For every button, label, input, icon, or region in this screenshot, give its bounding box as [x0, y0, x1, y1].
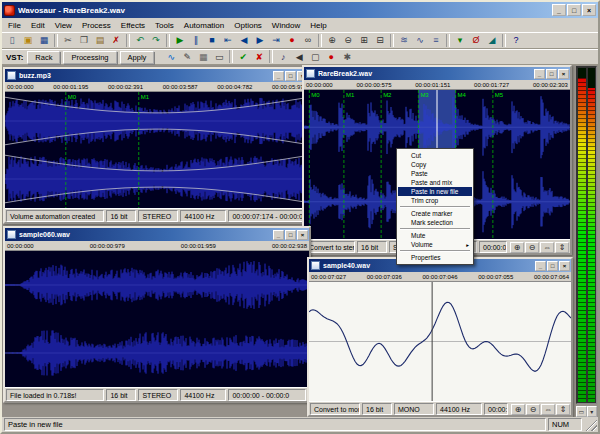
statistics-icon[interactable]: ≡	[428, 33, 444, 48]
goto-start-icon[interactable]: ⇤	[220, 33, 236, 48]
pencil-edit-icon[interactable]: ✎	[179, 50, 195, 65]
menu-item[interactable]: Effects	[116, 20, 150, 31]
menu-item[interactable]: View	[50, 20, 77, 31]
minimize-button[interactable]: _	[552, 4, 566, 16]
menu-item[interactable]: Options	[229, 20, 267, 31]
zoom-in-icon[interactable]: ⊕	[510, 242, 524, 253]
mute-icon[interactable]: Ø	[468, 33, 484, 48]
zoom-out-icon[interactable]: ⊖	[340, 33, 356, 48]
pause-icon[interactable]: ∥	[188, 33, 204, 48]
zoom-selection-icon[interactable]: ⊞	[356, 33, 372, 48]
minimize-button[interactable]: _	[535, 261, 546, 271]
minimize-button[interactable]: _	[534, 69, 545, 79]
close-button[interactable]: ×	[582, 4, 596, 16]
waveform-display[interactable]	[309, 282, 571, 401]
paste-icon[interactable]: ▤	[92, 33, 108, 48]
waveform-display[interactable]	[5, 251, 309, 387]
context-menu-item[interactable]: Mute	[398, 231, 472, 240]
child-titlebar[interactable]: RareBreak2.wav _ □ ×	[304, 67, 570, 80]
midi-icon[interactable]: ♪	[275, 50, 291, 65]
rewind-icon[interactable]: ◀	[236, 33, 252, 48]
resize-grip[interactable]	[584, 418, 597, 431]
context-menu-item[interactable]: Properties	[398, 253, 472, 262]
time-ruler[interactable]: 00:00:00000:00:00:57500:00:01:15100:00:0…	[304, 80, 570, 90]
zoom-out-icon[interactable]: ⊖	[526, 404, 540, 415]
grid-snap-icon[interactable]: ▦	[195, 50, 211, 65]
maximize-button[interactable]: □	[546, 69, 557, 79]
spectrum-icon[interactable]: ≋	[396, 33, 412, 48]
delete-icon[interactable]: ✗	[108, 33, 124, 48]
close-button[interactable]: ×	[558, 69, 569, 79]
waveform-display[interactable]: M0M1	[5, 92, 309, 208]
time-ruler[interactable]: 00:00:07:02700:00:07:03600:00:07:04600:0…	[309, 272, 571, 282]
menu-item[interactable]: Window	[267, 20, 305, 31]
context-menu-item[interactable]: Paste in new file	[398, 187, 472, 196]
maximize-button[interactable]: □	[567, 4, 581, 16]
maximize-button[interactable]: □	[285, 230, 296, 240]
zoom-in-icon[interactable]: ⊕	[511, 404, 525, 415]
context-menu-item[interactable]: Create marker	[398, 209, 472, 218]
context-menu-item[interactable]: Copy	[398, 160, 472, 169]
menu-item[interactable]: Help	[305, 20, 331, 31]
zoom-horizontal-icon[interactable]: ⇔	[540, 242, 554, 253]
close-button[interactable]: ×	[559, 261, 570, 271]
menu-item[interactable]: Edit	[26, 20, 50, 31]
menu-item[interactable]: File	[3, 20, 26, 31]
marker-icon[interactable]: ▾	[452, 33, 468, 48]
play-icon[interactable]: ▶	[172, 33, 188, 48]
context-menu-item[interactable]: Paste and mix	[398, 178, 472, 187]
stop-icon[interactable]: ■	[204, 33, 220, 48]
undo-icon[interactable]: ↶	[132, 33, 148, 48]
disable-icon[interactable]: ✘	[251, 50, 267, 65]
zoom-out-icon[interactable]: ⊖	[525, 242, 539, 253]
waveform-view-icon[interactable]: ∿	[163, 50, 179, 65]
minimize-button[interactable]: _	[273, 71, 284, 81]
titlebar[interactable]: Wavosaur - RareBreak2.wav _ □ ×	[2, 2, 598, 18]
menu-item[interactable]: Tools	[150, 20, 179, 31]
loop-icon[interactable]: ∞	[300, 33, 316, 48]
vst-button[interactable]: Apply	[120, 51, 155, 64]
context-menu-item[interactable]: Trim crop	[398, 196, 472, 205]
child-titlebar[interactable]: sample060.wav _ □ ×	[5, 228, 309, 241]
vst-button[interactable]: Processing	[63, 51, 116, 64]
close-button[interactable]: ×	[297, 230, 308, 240]
record-arm-icon[interactable]: ●	[323, 50, 339, 65]
zoom-in-icon[interactable]: ⊕	[324, 33, 340, 48]
help-icon[interactable]: ?	[508, 33, 524, 48]
menu-item[interactable]: Process	[77, 20, 116, 31]
goto-end-icon[interactable]: ⇥	[268, 33, 284, 48]
save-icon[interactable]: ▦	[36, 33, 52, 48]
forward-icon[interactable]: ▶	[252, 33, 268, 48]
oscilloscope-icon[interactable]: ∿	[412, 33, 428, 48]
maximize-button[interactable]: □	[547, 261, 558, 271]
options-icon[interactable]: ✱	[339, 50, 355, 65]
time-ruler[interactable]: 00:00:00000:00:00:97900:00:01:95900:00:0…	[5, 241, 309, 251]
copy-icon[interactable]: ❐	[76, 33, 92, 48]
record-icon[interactable]: ●	[284, 33, 300, 48]
speaker-icon[interactable]: ◀	[291, 50, 307, 65]
zoom-all-icon[interactable]: ⊟	[372, 33, 388, 48]
minimize-button[interactable]: _	[273, 230, 284, 240]
menu-item[interactable]: Automation	[179, 20, 229, 31]
open-file-icon[interactable]: ▣	[20, 33, 36, 48]
child-titlebar[interactable]: buzz.mp3 _ □ ×	[5, 69, 309, 82]
context-menu-item[interactable]: Mark selection	[398, 218, 472, 227]
meter-reset-icon[interactable]: ▭	[576, 406, 587, 417]
zoom-horizontal-icon[interactable]: ⇔	[541, 404, 555, 415]
context-menu-item[interactable]: Paste	[398, 169, 472, 178]
volume-icon[interactable]: ◢	[484, 33, 500, 48]
new-file-icon[interactable]: ▯	[4, 33, 20, 48]
cut-icon[interactable]: ✂	[60, 33, 76, 48]
context-menu-item[interactable]: Volume ▸	[398, 240, 472, 249]
context-menu-item[interactable]: Cut	[398, 151, 472, 160]
zoom-vertical-icon[interactable]: ⇕	[556, 404, 570, 415]
redo-icon[interactable]: ↷	[148, 33, 164, 48]
meter-menu-icon[interactable]: ▾	[587, 406, 598, 417]
vst-button[interactable]: Rack	[27, 51, 60, 64]
zoom-vertical-icon[interactable]: ⇕	[555, 242, 569, 253]
time-ruler[interactable]: 00:00:00000:00:01:19500:00:02:39100:00:0…	[5, 82, 309, 92]
selection-tool-icon[interactable]: ▭	[211, 50, 227, 65]
maximize-button[interactable]: □	[285, 71, 296, 81]
enable-icon[interactable]: ✔	[235, 50, 251, 65]
monitor-icon[interactable]: ▢	[307, 50, 323, 65]
